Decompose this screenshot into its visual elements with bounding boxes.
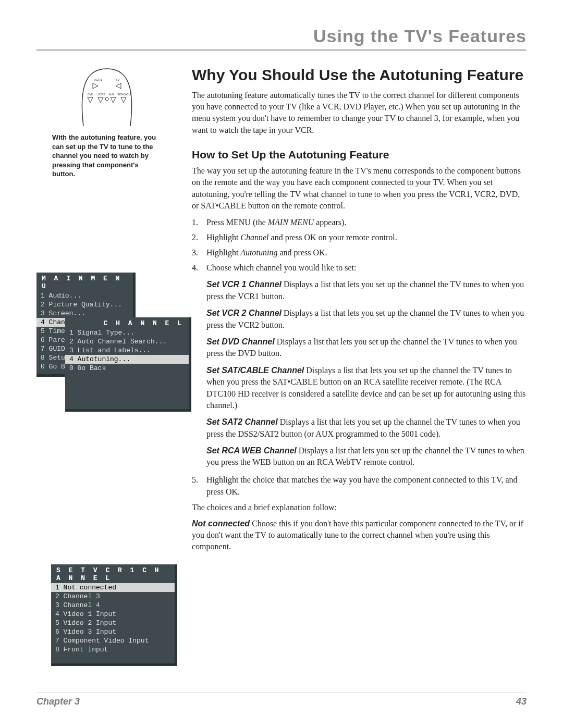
sub-sat2: Set SAT2 Channel Displays a list that le…: [206, 416, 527, 440]
svg-point-10: [105, 97, 108, 101]
step-5: Highlight the choice that matches the wa…: [192, 474, 527, 498]
section-title: Using the TV's Features: [313, 26, 527, 46]
svg-text:DVD: DVD: [88, 93, 93, 96]
osd-row: 4 Video 1 Input: [51, 610, 175, 619]
step-1: Press MENU (the MAIN MENU appears).: [192, 216, 527, 228]
sub-vcr2: Set VCR 2 Channel Displays a list that l…: [206, 307, 527, 331]
osd-row: 0 Go Back: [65, 364, 189, 373]
osd-row: 1 Audio...: [36, 291, 133, 300]
svg-text:TV: TV: [116, 78, 120, 81]
svg-text:AUX: AUX: [109, 93, 115, 96]
step-2: Highlight Channel and press OK on your r…: [192, 231, 527, 243]
sub-satcable: Set SAT/CABLE Channel Displays a list th…: [206, 365, 527, 412]
steps-list: Press MENU (the MAIN MENU appears). High…: [192, 216, 527, 498]
osd-row: 6 Video 3 Input: [51, 627, 175, 636]
svg-marker-8: [88, 97, 93, 103]
footer-chapter: Chapter 3: [36, 696, 80, 707]
setup-intro-paragraph: The way you set up the autotuning featur…: [192, 165, 527, 212]
osd-row: 3 List and Labels...: [65, 346, 189, 355]
article-h1: Why You Should Use the Autotuning Featur…: [192, 66, 527, 84]
not-connected-desc: Not connected Choose this if you don't h…: [192, 518, 527, 553]
osd-row-highlighted: 1 Not connected: [51, 583, 175, 592]
sub-rca-web: Set RCA WEB Channel Displays a list that…: [206, 445, 527, 468]
sub-vcr1: Set VCR 1 Channel Displays a list that l…: [206, 279, 527, 302]
svg-marker-3: [116, 83, 121, 89]
osd-row: 2 Channel 3: [51, 592, 175, 601]
remote-icon: VCR1 TV DVD VCR2 AUX SAT•CABLE: [73, 66, 141, 129]
osd-channel-title: C H A N N E L: [65, 317, 189, 328]
content-columns: VCR1 TV DVD VCR2 AUX SAT•CABLE With the …: [36, 66, 527, 666]
osd-channel-menu: C H A N N E L 1 Signal Type... 2 Auto Ch…: [65, 317, 191, 412]
page-header: Using the TV's Features: [36, 26, 527, 51]
footer-page-number: 43: [516, 696, 527, 707]
svg-marker-12: [121, 97, 126, 103]
left-column: VCR1 TV DVD VCR2 AUX SAT•CABLE With the …: [36, 66, 177, 666]
closing-intro: The choices and a brief explanation foll…: [192, 502, 527, 513]
svg-marker-9: [98, 97, 103, 103]
svg-text:SAT•CABLE: SAT•CABLE: [117, 93, 132, 96]
osd-vcr-title: S E T V C R 1 C H A N N E L: [51, 564, 175, 583]
osd-row-highlighted: 4 Autotuning...: [65, 355, 189, 364]
osd-row: 2 Auto Channel Search...: [65, 337, 189, 346]
intro-paragraph: The autotuning feature automatically tun…: [192, 90, 527, 137]
article-h2: How to Set Up the Autotuning Feature: [192, 149, 527, 161]
step-3: Highlight Autotuning and press OK.: [192, 246, 527, 258]
osd-row: 3 Screen...: [36, 309, 133, 318]
osd-row: 8 Front Input: [51, 645, 175, 654]
svg-marker-2: [93, 83, 98, 89]
osd-menu-stack: M A I N M E N U 1 Audio... 2 Picture Qua…: [36, 273, 177, 408]
channel-choices: Set VCR 1 Channel Displays a list that l…: [206, 279, 527, 468]
osd-row: 3 Channel 4: [51, 601, 175, 610]
right-column: Why You Should Use the Autotuning Featur…: [192, 66, 527, 666]
remote-illustration: VCR1 TV DVD VCR2 AUX SAT•CABLE With the …: [36, 66, 177, 184]
svg-marker-11: [111, 97, 116, 103]
osd-row: 2 Picture Quality...: [36, 300, 133, 309]
osd-set-vcr1-menu: S E T V C R 1 C H A N N E L 1 Not connec…: [51, 564, 177, 666]
osd-main-title: M A I N M E N U: [36, 273, 133, 291]
osd-row: 5 Video 2 Input: [51, 619, 175, 627]
sub-dvd: Set DVD Channel Displays a list that let…: [206, 336, 527, 360]
step-4: Choose which channel you would like to s…: [192, 262, 527, 468]
remote-caption: With the autotuning feature, you can set…: [52, 133, 162, 179]
osd-row: 1 Signal Type...: [65, 328, 189, 337]
page-footer: Chapter 3 43: [36, 693, 527, 707]
svg-text:VCR2: VCR2: [98, 93, 105, 96]
svg-text:VCR1: VCR1: [94, 78, 103, 81]
osd-row: 7 Component Video Input: [51, 636, 175, 645]
